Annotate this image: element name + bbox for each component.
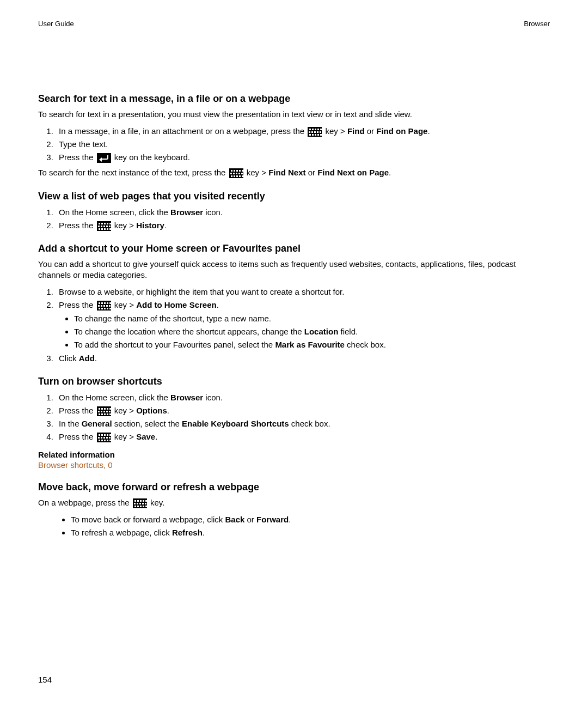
menu-key-icon — [97, 406, 111, 416]
header-left: User Guide — [38, 20, 74, 28]
list-item: Type the text. — [56, 138, 550, 150]
menu-key-icon — [229, 168, 243, 178]
paragraph: To search for the next instance of the t… — [38, 167, 550, 178]
list-item: Press the key > Add to Home Screen. To c… — [56, 299, 550, 350]
section-title-browser-shortcuts: Turn on browser shortcuts — [38, 376, 550, 387]
list-item: To change the name of the shortcut, type… — [74, 313, 550, 324]
menu-key-icon — [133, 498, 147, 508]
section-title-move-refresh: Move back, move forward or refresh a web… — [38, 482, 550, 493]
list-item: Press the key > Options. — [56, 405, 550, 416]
list-item: On the Home screen, click the Browser ic… — [56, 206, 550, 218]
list-item: In the General section, select the Enabl… — [56, 418, 550, 429]
list-item: Press the key > History. — [56, 220, 550, 231]
list-item: To refresh a webpage, click Refresh. — [71, 527, 550, 538]
related-link[interactable]: Browser shortcuts, 0 — [38, 460, 550, 470]
document-page: User Guide Browser Search for text in a … — [0, 0, 588, 706]
list-item: On the Home screen, click the Browser ic… — [56, 392, 550, 403]
bullet-list: To change the name of the shortcut, type… — [59, 313, 550, 350]
step-list: In a message, in a file, in an attachmen… — [38, 125, 550, 163]
menu-key-icon — [308, 127, 322, 137]
step-list: On the Home screen, click the Browser ic… — [38, 392, 550, 442]
menu-key-icon — [97, 221, 111, 231]
section-intro: To search for text in a presentation, yo… — [38, 109, 550, 120]
menu-key-icon — [97, 433, 111, 442]
section-intro: You can add a shortcut to give yourself … — [38, 259, 550, 281]
step-list: Browse to a website, or highlight the it… — [38, 286, 550, 364]
page-number: 154 — [38, 675, 52, 684]
list-item: Click Add. — [56, 352, 550, 364]
bullet-list: To move back or forward a webpage, click… — [56, 514, 550, 538]
header-right: Browser — [524, 20, 550, 28]
list-item: To move back or forward a webpage, click… — [71, 514, 550, 525]
related-info-heading: Related information — [38, 450, 550, 459]
paragraph: On a webpage, press the key. — [38, 497, 550, 508]
menu-key-icon — [97, 301, 111, 311]
list-item: Press the key on the keyboard. — [56, 151, 550, 163]
enter-key-icon — [97, 153, 111, 163]
list-item: In a message, in a file, in an attachmen… — [56, 125, 550, 137]
page-header: User Guide Browser — [38, 20, 550, 28]
section-title-view-history: View a list of web pages that you visite… — [38, 191, 550, 202]
list-item: Browse to a website, or highlight the it… — [56, 286, 550, 297]
list-item: To change the location where the shortcu… — [74, 326, 550, 337]
list-item: Press the key > Save. — [56, 431, 550, 442]
list-item: To add the shortcut to your Favourites p… — [74, 339, 550, 350]
section-title-add-shortcut: Add a shortcut to your Home screen or Fa… — [38, 243, 550, 254]
step-list: On the Home screen, click the Browser ic… — [38, 206, 550, 231]
section-title-search-text: Search for text in a message, in a file … — [38, 93, 550, 105]
